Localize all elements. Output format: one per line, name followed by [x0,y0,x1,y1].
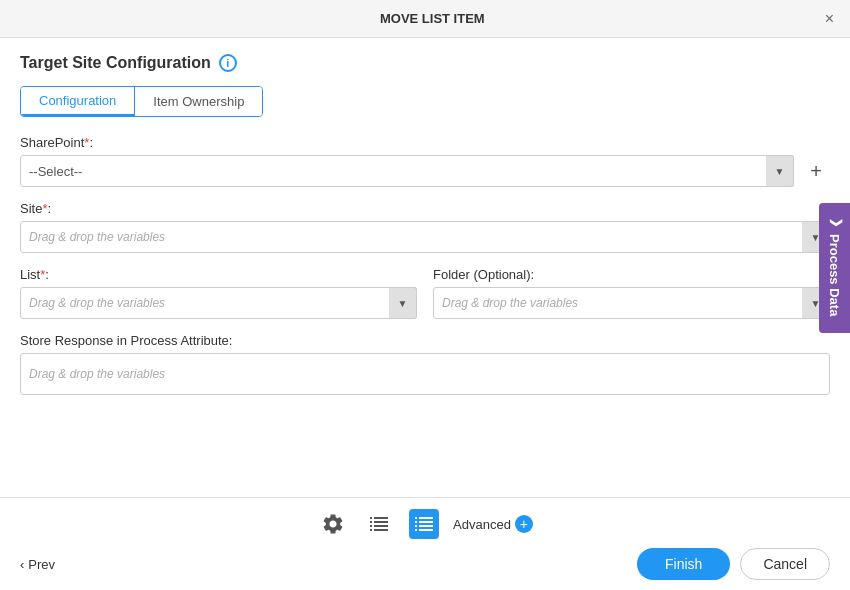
prev-label: Prev [28,557,55,572]
gear-icon-button[interactable] [317,508,349,540]
site-label: Site*: [20,201,830,216]
site-input-wrapper: Drag & drop the variables ▼ [20,221,830,253]
gear-icon [321,512,345,536]
site-input[interactable]: Drag & drop the variables [20,221,830,253]
list-field-group: List*: Drag & drop the variables ▼ [20,267,417,319]
footer-nav: ‹ Prev Finish Cancel [20,548,830,580]
tabs-container: Configuration Item Ownership [20,86,263,117]
process-data-label: Process Data [827,234,842,316]
dialog-body: Target Site Configuration i Configuratio… [0,38,850,497]
process-data-panel[interactable]: ❮ Process Data [819,203,850,333]
info-icon[interactable]: i [219,54,237,72]
active-list-icon-button[interactable] [409,509,439,539]
section-title-area: Target Site Configuration i [20,54,830,72]
advanced-label: Advanced [453,517,511,532]
footer-icons: Advanced + [20,508,830,540]
advanced-button[interactable]: Advanced + [453,515,533,533]
finish-button[interactable]: Finish [637,548,730,580]
svg-rect-3 [415,529,417,531]
panel-chevron-icon: ❮ [828,218,842,228]
svg-rect-0 [374,529,388,531]
list-input-wrapper: Drag & drop the variables ▼ [20,287,417,319]
sharepoint-dropdown-arrow[interactable]: ▼ [766,155,794,187]
sharepoint-select-wrapper: --Select-- ▼ [20,155,794,187]
svg-rect-1 [370,529,372,531]
move-list-item-dialog: MOVE LIST ITEM × Target Site Configurati… [0,0,850,590]
tab-item-ownership[interactable]: Item Ownership [135,87,262,116]
sharepoint-add-button[interactable]: + [802,157,830,185]
list-dropdown-arrow[interactable]: ▼ [389,287,417,319]
store-response-label: Store Response in Process Attribute: [20,333,830,348]
close-button[interactable]: × [825,11,834,27]
dialog-footer: Advanced + ‹ Prev Finish Cancel [0,497,850,590]
footer-right-buttons: Finish Cancel [637,548,830,580]
list-icon [367,512,391,536]
dialog-header: MOVE LIST ITEM × [0,0,850,38]
sharepoint-field-group: SharePoint*: --Select-- ▼ + [20,135,830,187]
cancel-button[interactable]: Cancel [740,548,830,580]
prev-chevron-icon: ‹ [20,557,24,572]
store-response-input[interactable]: Drag & drop the variables [20,353,830,395]
store-response-field-group: Store Response in Process Attribute: Dra… [20,333,830,395]
sharepoint-row: --Select-- ▼ + [20,155,830,187]
active-list-icon [412,512,436,536]
sharepoint-select[interactable]: --Select-- [20,155,794,187]
svg-rect-2 [419,529,433,531]
tab-configuration[interactable]: Configuration [21,87,135,116]
folder-input-wrapper: Drag & drop the variables ▼ [433,287,830,319]
folder-input[interactable]: Drag & drop the variables [433,287,830,319]
list-icon-button[interactable] [363,508,395,540]
folder-field-group: Folder (Optional): Drag & drop the varia… [433,267,830,319]
section-title-text: Target Site Configuration [20,54,211,72]
dialog-title: MOVE LIST ITEM [40,11,825,26]
sharepoint-label: SharePoint*: [20,135,830,150]
list-input[interactable]: Drag & drop the variables [20,287,417,319]
advanced-plus-icon: + [515,515,533,533]
prev-button[interactable]: ‹ Prev [20,557,55,572]
site-field-group: Site*: Drag & drop the variables ▼ [20,201,830,253]
list-folder-row: List*: Drag & drop the variables ▼ Folde… [20,267,830,319]
list-label: List*: [20,267,417,282]
folder-label: Folder (Optional): [433,267,830,282]
